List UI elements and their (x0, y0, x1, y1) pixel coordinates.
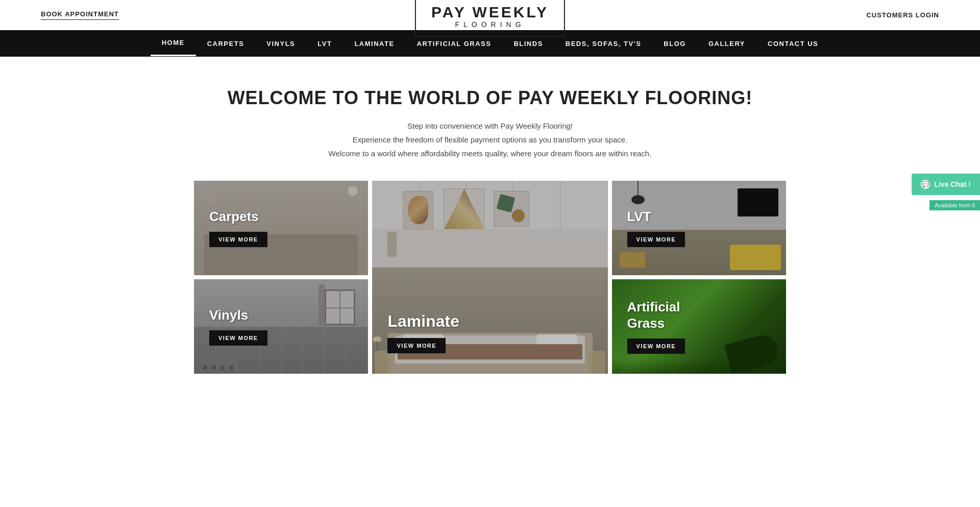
product-card-vinyls[interactable]: Vinyls VIEW MORE (194, 279, 368, 374)
book-appointment-link[interactable]: BOOK APPOINTMENT (41, 10, 119, 18)
book-appointment-container[interactable]: BOOK APPOINTMENT (41, 10, 119, 20)
chat-icon (921, 180, 930, 189)
vinyls-view-more-button[interactable]: VIEW MORE (209, 330, 267, 346)
lvt-overlay: LVT VIEW MORE (612, 181, 787, 275)
customers-login-link[interactable]: CUSTOMERS LOGIN (866, 11, 939, 19)
hero-desc-2: Experience the freedom of flexible payme… (353, 135, 628, 144)
nav-item-laminate[interactable]: LAMINATE (343, 32, 405, 56)
nav-item-gallery[interactable]: GALLERY (697, 32, 756, 56)
product-card-artificial-grass[interactable]: ArtificialGrass VIEW MORE (612, 279, 787, 374)
main-nav: HOME CARPETS VINYLS LVT LAMINATE ARTIFIC… (0, 30, 980, 57)
live-chat-label: Live Chat ! (934, 180, 971, 188)
carpets-view-more-button[interactable]: VIEW MORE (209, 232, 267, 247)
laminate-view-more-button[interactable]: VIEW MORE (387, 338, 446, 353)
nav-item-vinyls[interactable]: VINYLS (255, 32, 306, 56)
laminate-title: Laminate (387, 312, 459, 331)
nav-item-home[interactable]: HOME (151, 31, 196, 56)
artificial-grass-overlay: ArtificialGrass VIEW MORE (612, 279, 787, 374)
product-card-carpets[interactable]: Carpets VIEW MORE (194, 181, 368, 275)
nav-item-beds-sofas-tvs[interactable]: BEDS, SOFAS, TV'S (554, 32, 653, 56)
nav-item-blog[interactable]: BLOG (652, 32, 697, 56)
nav-item-lvt[interactable]: LVT (306, 32, 343, 56)
book-appointment-underline (41, 19, 119, 20)
product-grid: Carpets VIEW MORE (184, 181, 796, 374)
logo-top-text: PAY WEEKLY (431, 4, 549, 20)
vinyls-title: Vinyls (209, 307, 248, 323)
lvt-view-more-button[interactable]: VIEW MORE (627, 232, 685, 247)
live-chat-availability: Available from 0 (929, 200, 980, 210)
nav-item-carpets[interactable]: CARPETS (196, 32, 256, 56)
hero-section: WELCOME TO THE WORLD OF PAY WEEKLY FLOOR… (0, 57, 980, 181)
logo-bottom-text: FLOORING (431, 20, 549, 29)
nav-item-artificial-grass[interactable]: ARTIFICIAL GRASS (406, 32, 503, 56)
hero-title: WELCOME TO THE WORLD OF PAY WEEKLY FLOOR… (10, 87, 970, 109)
live-chat-button[interactable]: Live Chat ! (912, 174, 980, 195)
hero-desc-1: Step into convenience with Pay Weekly Fl… (407, 122, 573, 130)
laminate-overlay: Laminate VIEW MORE (372, 181, 607, 374)
vinyls-overlay: Vinyls VIEW MORE (194, 279, 368, 374)
artificial-grass-title: ArtificialGrass (627, 299, 680, 331)
product-card-lvt[interactable]: LVT VIEW MORE (612, 181, 787, 275)
carpets-title: Carpets (209, 209, 259, 225)
artificial-grass-view-more-button[interactable]: VIEW MORE (627, 339, 685, 354)
hero-desc-3: Welcome to a world where affordability m… (329, 149, 652, 158)
nav-item-blinds[interactable]: BLINDS (502, 32, 554, 56)
carpets-overlay: Carpets VIEW MORE (194, 181, 368, 275)
nav-item-contact-us[interactable]: CONTACT US (756, 32, 829, 56)
hero-desc: Step into convenience with Pay Weekly Fl… (10, 119, 970, 160)
product-card-laminate[interactable]: Laminate VIEW MORE (372, 181, 607, 374)
header: BOOK APPOINTMENT PAY WEEKLY FLOORING CUS… (0, 0, 980, 30)
lvt-title: LVT (627, 209, 651, 225)
